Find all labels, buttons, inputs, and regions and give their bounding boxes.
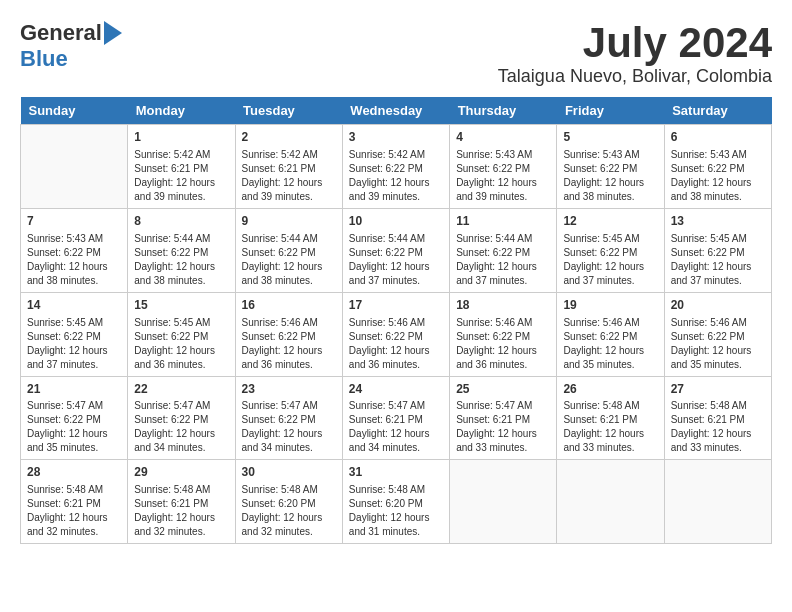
logo-blue-text: Blue: [20, 46, 68, 71]
day-info: Sunrise: 5:44 AM: [456, 232, 550, 246]
day-number: 29: [134, 464, 228, 481]
day-info: Sunset: 6:22 PM: [563, 330, 657, 344]
day-info: Daylight: 12 hours: [349, 176, 443, 190]
day-info: Daylight: 12 hours: [27, 260, 121, 274]
day-number: 10: [349, 213, 443, 230]
day-info: and 37 minutes.: [27, 358, 121, 372]
day-info: and 39 minutes.: [349, 190, 443, 204]
day-info: Sunrise: 5:45 AM: [134, 316, 228, 330]
day-info: and 37 minutes.: [563, 274, 657, 288]
day-info: Sunset: 6:22 PM: [349, 330, 443, 344]
calendar-cell: 10Sunrise: 5:44 AMSunset: 6:22 PMDayligh…: [342, 208, 449, 292]
title-section: July 2024 Talaigua Nuevo, Bolivar, Colom…: [498, 20, 772, 87]
weekday-header-saturday: Saturday: [664, 97, 771, 125]
day-info: Sunrise: 5:46 AM: [349, 316, 443, 330]
day-info: and 35 minutes.: [671, 358, 765, 372]
month-title: July 2024: [498, 20, 772, 66]
day-info: Sunset: 6:22 PM: [27, 330, 121, 344]
calendar-cell: 23Sunrise: 5:47 AMSunset: 6:22 PMDayligh…: [235, 376, 342, 460]
day-info: Sunrise: 5:45 AM: [27, 316, 121, 330]
day-info: Sunset: 6:22 PM: [349, 246, 443, 260]
day-number: 14: [27, 297, 121, 314]
calendar-cell: 1Sunrise: 5:42 AMSunset: 6:21 PMDaylight…: [128, 125, 235, 209]
weekday-header-friday: Friday: [557, 97, 664, 125]
day-info: Sunrise: 5:46 AM: [563, 316, 657, 330]
day-number: 17: [349, 297, 443, 314]
day-info: Sunrise: 5:44 AM: [134, 232, 228, 246]
day-info: and 33 minutes.: [563, 441, 657, 455]
day-info: Sunset: 6:22 PM: [27, 246, 121, 260]
day-info: Sunset: 6:22 PM: [456, 246, 550, 260]
day-info: Sunset: 6:22 PM: [563, 162, 657, 176]
day-number: 9: [242, 213, 336, 230]
day-info: Daylight: 12 hours: [242, 344, 336, 358]
day-info: Daylight: 12 hours: [27, 427, 121, 441]
day-info: Sunrise: 5:46 AM: [242, 316, 336, 330]
day-info: and 37 minutes.: [456, 274, 550, 288]
day-info: Sunset: 6:22 PM: [456, 330, 550, 344]
weekday-header-sunday: Sunday: [21, 97, 128, 125]
day-number: 2: [242, 129, 336, 146]
weekday-header-row: SundayMondayTuesdayWednesdayThursdayFrid…: [21, 97, 772, 125]
day-info: and 36 minutes.: [134, 358, 228, 372]
calendar-cell: 9Sunrise: 5:44 AMSunset: 6:22 PMDaylight…: [235, 208, 342, 292]
day-info: Sunset: 6:21 PM: [563, 413, 657, 427]
day-number: 16: [242, 297, 336, 314]
day-info: Daylight: 12 hours: [671, 260, 765, 274]
day-info: and 32 minutes.: [27, 525, 121, 539]
calendar-cell: 18Sunrise: 5:46 AMSunset: 6:22 PMDayligh…: [450, 292, 557, 376]
day-info: and 33 minutes.: [456, 441, 550, 455]
day-info: Sunset: 6:22 PM: [242, 246, 336, 260]
day-info: Sunrise: 5:46 AM: [456, 316, 550, 330]
day-info: Sunrise: 5:43 AM: [563, 148, 657, 162]
day-info: Sunset: 6:21 PM: [134, 497, 228, 511]
calendar-cell: 13Sunrise: 5:45 AMSunset: 6:22 PMDayligh…: [664, 208, 771, 292]
day-info: Sunrise: 5:47 AM: [456, 399, 550, 413]
day-info: Sunset: 6:21 PM: [456, 413, 550, 427]
calendar-cell: 6Sunrise: 5:43 AMSunset: 6:22 PMDaylight…: [664, 125, 771, 209]
day-info: Daylight: 12 hours: [349, 511, 443, 525]
day-number: 11: [456, 213, 550, 230]
day-info: and 34 minutes.: [134, 441, 228, 455]
day-info: Daylight: 12 hours: [563, 260, 657, 274]
day-info: Sunset: 6:22 PM: [242, 413, 336, 427]
calendar-cell: 7Sunrise: 5:43 AMSunset: 6:22 PMDaylight…: [21, 208, 128, 292]
day-info: Sunrise: 5:47 AM: [349, 399, 443, 413]
day-info: Sunset: 6:21 PM: [349, 413, 443, 427]
calendar-week-1: 1Sunrise: 5:42 AMSunset: 6:21 PMDaylight…: [21, 125, 772, 209]
day-number: 26: [563, 381, 657, 398]
day-info: Sunset: 6:22 PM: [671, 330, 765, 344]
logo-arrow-icon: [104, 21, 122, 45]
day-info: and 32 minutes.: [134, 525, 228, 539]
day-info: Sunrise: 5:42 AM: [242, 148, 336, 162]
day-number: 25: [456, 381, 550, 398]
day-info: Daylight: 12 hours: [27, 344, 121, 358]
calendar-cell: 2Sunrise: 5:42 AMSunset: 6:21 PMDaylight…: [235, 125, 342, 209]
day-info: and 38 minutes.: [27, 274, 121, 288]
day-info: and 34 minutes.: [242, 441, 336, 455]
day-info: Daylight: 12 hours: [134, 260, 228, 274]
day-number: 1: [134, 129, 228, 146]
day-info: Daylight: 12 hours: [456, 344, 550, 358]
day-info: Sunrise: 5:48 AM: [242, 483, 336, 497]
calendar-cell: 29Sunrise: 5:48 AMSunset: 6:21 PMDayligh…: [128, 460, 235, 544]
day-info: and 34 minutes.: [349, 441, 443, 455]
day-info: and 38 minutes.: [671, 190, 765, 204]
calendar-cell: 19Sunrise: 5:46 AMSunset: 6:22 PMDayligh…: [557, 292, 664, 376]
calendar-cell: 30Sunrise: 5:48 AMSunset: 6:20 PMDayligh…: [235, 460, 342, 544]
day-info: Sunset: 6:22 PM: [671, 246, 765, 260]
calendar-table: SundayMondayTuesdayWednesdayThursdayFrid…: [20, 97, 772, 544]
day-info: Sunrise: 5:48 AM: [563, 399, 657, 413]
day-info: Sunrise: 5:48 AM: [671, 399, 765, 413]
day-number: 8: [134, 213, 228, 230]
calendar-cell: 3Sunrise: 5:42 AMSunset: 6:22 PMDaylight…: [342, 125, 449, 209]
calendar-cell: [557, 460, 664, 544]
calendar-cell: 17Sunrise: 5:46 AMSunset: 6:22 PMDayligh…: [342, 292, 449, 376]
day-info: and 36 minutes.: [456, 358, 550, 372]
day-info: Daylight: 12 hours: [671, 176, 765, 190]
calendar-cell: 24Sunrise: 5:47 AMSunset: 6:21 PMDayligh…: [342, 376, 449, 460]
day-info: Daylight: 12 hours: [349, 260, 443, 274]
day-info: Sunset: 6:22 PM: [134, 413, 228, 427]
day-info: Sunset: 6:20 PM: [242, 497, 336, 511]
day-info: and 36 minutes.: [349, 358, 443, 372]
